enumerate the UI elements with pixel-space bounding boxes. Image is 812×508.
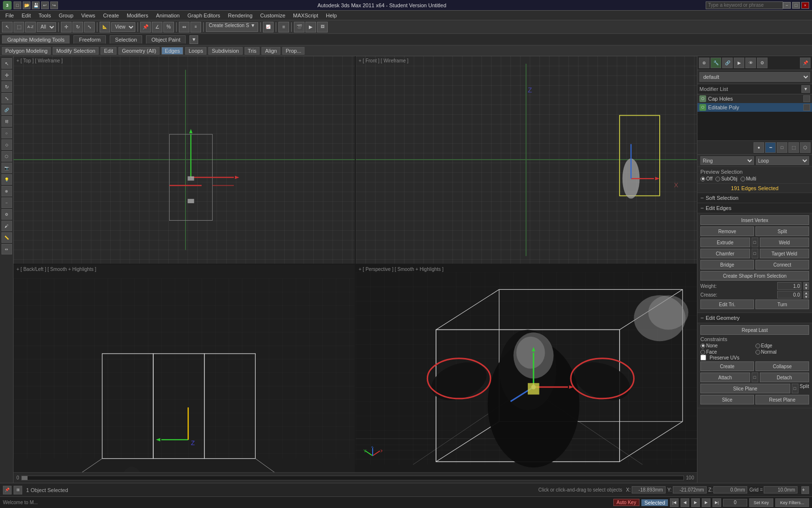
- go-start-btn[interactable]: |◀: [670, 498, 679, 507]
- snap-toggle[interactable]: 📌: [140, 22, 151, 32]
- tool-paint[interactable]: 🖌: [1, 221, 12, 231]
- subtab-tris[interactable]: Tris: [245, 47, 260, 55]
- paint-options[interactable]: ▼: [189, 35, 198, 44]
- subtab-edges[interactable]: Edges: [161, 47, 183, 55]
- tab-freeform[interactable]: Freeform: [73, 35, 106, 44]
- target-weld-btn[interactable]: Target Weld: [760, 249, 810, 258]
- angle-snap[interactable]: ∠: [152, 22, 162, 32]
- ref-coord[interactable]: 📐: [100, 22, 110, 32]
- subtab-subdivision[interactable]: Subdivision: [208, 47, 242, 55]
- constraint-normal[interactable]: Normal: [755, 349, 810, 355]
- create-btn[interactable]: Create: [700, 361, 754, 371]
- create-shape-btn[interactable]: Create Shape From Selection: [700, 271, 809, 281]
- attach-settings[interactable]: □: [752, 373, 758, 382]
- grid-btn-status[interactable]: ⊞: [14, 486, 22, 494]
- open-button[interactable]: 📂: [23, 1, 30, 9]
- modifier-list-dropdown-btn[interactable]: ▼: [801, 85, 810, 93]
- tool-light[interactable]: 💡: [1, 174, 12, 185]
- menu-rendering[interactable]: Rendering: [225, 12, 256, 19]
- tool-bind[interactable]: ○: [1, 128, 12, 138]
- tool-helper[interactable]: ⊕: [1, 186, 12, 196]
- new-button[interactable]: □: [14, 1, 21, 9]
- loop-dropdown[interactable]: Loop: [756, 156, 810, 165]
- subobj-element[interactable]: ⬡: [800, 142, 811, 153]
- tool-scale[interactable]: ⤡: [1, 93, 12, 104]
- modifier-cap-holes-toggle[interactable]: [803, 95, 810, 102]
- crease-down[interactable]: ▼: [803, 295, 809, 299]
- tab-selection[interactable]: Selection: [110, 35, 142, 44]
- bridge-btn[interactable]: Bridge: [700, 260, 754, 269]
- constraint-edge[interactable]: Edge: [755, 343, 810, 348]
- weight-up[interactable]: ▲: [803, 282, 809, 286]
- render-setup[interactable]: 🎬: [294, 22, 304, 32]
- slice-split-checkbox[interactable]: □: [792, 384, 798, 393]
- mirror-tool[interactable]: ⇔: [179, 22, 189, 32]
- extrude-settings[interactable]: □: [752, 238, 758, 247]
- extrude-btn[interactable]: Extrude: [700, 238, 750, 247]
- snap-btn-status[interactable]: 📌: [3, 486, 12, 494]
- viewport-top-left[interactable]: + [ Top ] [ Wireframe ]: [14, 56, 355, 264]
- tool-spacewarp[interactable]: ~: [1, 197, 12, 208]
- menu-edit[interactable]: Edit: [18, 12, 34, 19]
- insert-vertex-btn[interactable]: Insert Vertex: [700, 215, 809, 225]
- modifier-item-editable-poly[interactable]: ⬡ Editable Poly: [697, 103, 812, 112]
- close-button[interactable]: ×: [801, 2, 809, 9]
- chamfer-btn[interactable]: Chamfer: [700, 249, 750, 258]
- cmd-motion[interactable]: ▶: [734, 58, 744, 68]
- tab-graphite-modeling-tools[interactable]: Graphite Modeling Tools: [2, 35, 70, 44]
- crease-up[interactable]: ▲: [803, 291, 809, 295]
- cmd-create[interactable]: ⊕: [699, 58, 710, 68]
- minimize-button[interactable]: −: [783, 2, 791, 9]
- cmd-display[interactable]: 👁: [745, 58, 756, 68]
- redo-button[interactable]: ↪: [50, 1, 58, 9]
- key-filters-btn[interactable]: Key Filters...: [775, 498, 809, 507]
- menu-modifiers[interactable]: Modifiers: [123, 12, 152, 19]
- save-button[interactable]: 💾: [32, 1, 40, 9]
- tool-geometry[interactable]: ⬡: [1, 151, 12, 162]
- subtab-loops[interactable]: Loops: [185, 47, 206, 55]
- repeat-last-btn[interactable]: Repeat Last: [700, 325, 809, 335]
- constraint-none[interactable]: None: [700, 343, 754, 348]
- subobj-edge[interactable]: ━: [765, 142, 776, 153]
- ref-coord-dropdown[interactable]: View: [111, 22, 135, 32]
- render-preset-dropdown[interactable]: default: [699, 72, 810, 82]
- next-frame-btn[interactable]: ▶: [702, 498, 710, 507]
- tab-object-paint[interactable]: Object Paint: [146, 35, 186, 44]
- tool-shape[interactable]: ◇: [1, 139, 12, 150]
- weight-down[interactable]: ▼: [803, 286, 809, 290]
- remove-btn[interactable]: Remove: [700, 226, 754, 236]
- collapse-btn[interactable]: Collapse: [755, 361, 809, 371]
- slice-btn[interactable]: Slice: [700, 395, 754, 404]
- add-time-tag-btn[interactable]: +: [801, 486, 809, 494]
- cmd-pin[interactable]: 📌: [800, 58, 811, 68]
- menu-help[interactable]: Help: [322, 12, 340, 19]
- menu-maxscript[interactable]: MAXScript: [290, 12, 321, 19]
- curve-editor[interactable]: 📈: [263, 22, 274, 32]
- menu-file[interactable]: File: [2, 12, 17, 19]
- menu-tools[interactable]: Tools: [35, 12, 55, 19]
- subtab-align[interactable]: Align: [261, 47, 280, 55]
- subtab-polygon-modeling[interactable]: Polygon Modeling: [2, 47, 51, 55]
- tool-unlink[interactable]: ⛓: [1, 116, 12, 127]
- subtab-prop[interactable]: Prop...: [282, 47, 304, 55]
- menu-group[interactable]: Group: [55, 12, 77, 19]
- tool-move[interactable]: ✛: [1, 70, 12, 80]
- cmd-modify[interactable]: 🔧: [710, 58, 721, 68]
- rotate-tool[interactable]: ↻: [72, 22, 83, 32]
- preserve-uvs-checkbox[interactable]: [700, 355, 706, 360]
- slice-plane-btn[interactable]: Slice Plane: [700, 384, 790, 393]
- align-tool[interactable]: ≡: [190, 22, 201, 32]
- search-input[interactable]: [706, 1, 783, 9]
- detach-btn[interactable]: Detach: [760, 373, 810, 382]
- edit-geometry-header[interactable]: − Edit Geometry: [697, 313, 812, 323]
- prev-frame-btn[interactable]: ◀: [681, 498, 689, 507]
- soft-selection-header[interactable]: − Soft Selection: [697, 193, 812, 203]
- preview-radio-off[interactable]: Off: [700, 176, 712, 181]
- percent-snap[interactable]: %: [163, 22, 174, 32]
- select-region-tool[interactable]: ⬚: [14, 22, 24, 32]
- move-tool[interactable]: ✛: [61, 22, 72, 32]
- turn-btn[interactable]: Turn: [755, 299, 809, 309]
- create-selection-btn[interactable]: Create Selection S ▼: [206, 22, 258, 32]
- menu-views[interactable]: Views: [78, 12, 99, 19]
- crease-input[interactable]: [777, 291, 801, 299]
